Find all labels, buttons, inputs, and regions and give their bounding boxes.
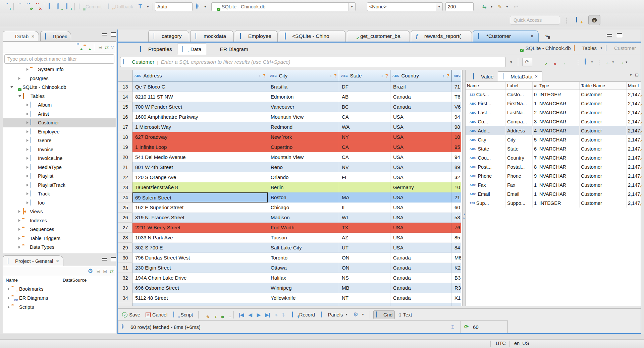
column-header-address[interactable]: ABCAddress↕? bbox=[132, 70, 268, 82]
metadata-cell[interactable]: LastNa... bbox=[506, 108, 533, 117]
grid-cell[interactable]: BC bbox=[339, 102, 390, 112]
grid-cell[interactable]: 230 Elgin Street bbox=[132, 263, 268, 273]
breadcrumb-tables[interactable]: Tables bbox=[582, 45, 597, 51]
open-sql-script-button[interactable]: → bbox=[55, 3, 64, 10]
disconnect-button[interactable]: ✕ bbox=[33, 3, 42, 10]
metadata-cell[interactable]: ABCCou... bbox=[466, 153, 506, 162]
tree-item-artist[interactable]: Artist bbox=[3, 110, 116, 119]
metadata-cell[interactable]: 9 bbox=[533, 171, 538, 180]
filter-funnel-icon[interactable] bbox=[372, 73, 379, 79]
grid-cell[interactable]: Cupertino bbox=[268, 142, 339, 152]
grid-cell[interactable]: 69 Salem Street bbox=[132, 192, 268, 202]
tree-item-invoice[interactable]: Invoice bbox=[3, 145, 116, 154]
grid-cell[interactable]: Brazil bbox=[390, 82, 452, 92]
grid-cell[interactable]: USA bbox=[390, 112, 452, 122]
new-connection-button[interactable]: + bbox=[3, 3, 11, 10]
filter-history-dropdown[interactable]: ▼ bbox=[508, 60, 514, 64]
maximize-panel-icon[interactable] bbox=[111, 32, 116, 37]
row-number-cell[interactable]: 24 bbox=[118, 192, 132, 202]
metadata-cell[interactable]: NVARCHAR bbox=[538, 135, 580, 144]
metadata-cell[interactable]: Customer bbox=[580, 189, 627, 198]
metadata-cell[interactable]: NVARCHAR bbox=[538, 153, 580, 162]
next-row-button[interactable]: ▶ bbox=[255, 312, 262, 317]
editor-tab--sqlite-chino[interactable]: <SQLite - Chino bbox=[279, 30, 346, 42]
metadata-cell[interactable]: 1 bbox=[533, 99, 538, 108]
grid-cell[interactable]: 627 Broadway bbox=[132, 132, 268, 142]
metadata-cell[interactable]: ABCPost... bbox=[466, 162, 506, 171]
grid-cell[interactable]: USA bbox=[390, 162, 452, 172]
metadata-cell[interactable]: 6 bbox=[533, 144, 538, 153]
row-number-cell[interactable]: 30 bbox=[118, 253, 132, 263]
metadata-cell[interactable]: ABCState bbox=[466, 144, 506, 153]
expand-arrow-icon[interactable] bbox=[26, 166, 29, 169]
refresh-icon[interactable]: ⟳ bbox=[464, 324, 470, 330]
grid-cell[interactable]: Vancouver bbox=[268, 102, 339, 112]
fetch-size-input[interactable]: 200 bbox=[445, 2, 474, 11]
record-mode-button[interactable]: ℹRecord bbox=[289, 311, 317, 319]
filter-funnel-icon[interactable] bbox=[434, 73, 440, 79]
metadata-cell[interactable]: 2 bbox=[533, 108, 538, 117]
metadata-cell[interactable]: Custo... bbox=[506, 90, 533, 99]
tree-item-table-triggers[interactable]: Table Triggers bbox=[3, 234, 116, 243]
minimize-editor-icon[interactable] bbox=[607, 34, 612, 37]
grid-cell[interactable]: B3 bbox=[452, 273, 461, 283]
tree-item-sequences[interactable]: Sequences bbox=[3, 225, 116, 234]
chevron-down-icon[interactable]: ▼ bbox=[600, 47, 603, 50]
column-header-name[interactable]: Name bbox=[3, 278, 62, 283]
grid-cell[interactable]: USA bbox=[390, 213, 452, 223]
tab-project-general[interactable]: Project - General ✕ bbox=[3, 255, 63, 266]
metadata-cell[interactable]: State bbox=[506, 144, 533, 153]
metadata-cell[interactable]: ABCFirst... bbox=[466, 99, 506, 108]
grid-cell[interactable]: Winnipeg bbox=[268, 283, 339, 293]
grid-cell[interactable]: 162 E Superior Street bbox=[132, 202, 268, 213]
grid-cell[interactable]: Halifax bbox=[268, 273, 339, 283]
grid-cell[interactable]: MA bbox=[339, 192, 390, 202]
tree-item-sqlite-chinook-db[interactable]: SQLite - Chinook.db bbox=[3, 83, 116, 92]
metadata-cell[interactable]: Phone bbox=[506, 171, 533, 180]
grid-cell[interactable]: CA bbox=[339, 152, 390, 162]
close-icon[interactable]: ✕ bbox=[530, 34, 534, 39]
grid-cell[interactable]: Qe 7 Bloco G bbox=[132, 82, 268, 92]
project-item-scripts[interactable]: Scripts bbox=[3, 302, 116, 311]
calc-panel-icon[interactable] bbox=[415, 312, 421, 318]
grid-cell[interactable]: Canada bbox=[390, 253, 452, 263]
metadata-row-address[interactable]: ABCAdd...Address4NVARCHARCustomer2,147,4… bbox=[466, 126, 641, 135]
grid-cell[interactable]: AZ bbox=[339, 233, 390, 243]
expand-arrow-icon[interactable] bbox=[8, 288, 10, 290]
metadata-cell[interactable]: 2,147,483 bbox=[627, 189, 642, 198]
sort-icon[interactable]: ↕ bbox=[259, 73, 261, 78]
row-number-cell[interactable]: 15 bbox=[118, 102, 132, 112]
meta-column-header-name[interactable]: Name bbox=[466, 82, 506, 90]
grid-cell[interactable]: 194A Chain Lake Drive bbox=[132, 273, 268, 283]
commit-button[interactable]: ▣Commit bbox=[77, 3, 103, 10]
editor-tab-get-customer-ba[interactable]: ✓get_customer_ba bbox=[347, 30, 410, 42]
grid-view-button[interactable]: Grid bbox=[373, 310, 395, 319]
tree-item-tables[interactable]: Tables bbox=[3, 92, 116, 101]
metadata-cell[interactable]: 1 bbox=[533, 189, 538, 198]
row-number-cell[interactable]: 32 bbox=[118, 273, 132, 283]
row-number-cell[interactable]: 33 bbox=[118, 283, 132, 293]
grid-cell[interactable]: Orlando bbox=[268, 172, 339, 182]
metadata-cell[interactable]: Country bbox=[506, 153, 533, 162]
rollback-button[interactable]: ↩Rollback bbox=[106, 3, 135, 10]
tab-overflow-indicator[interactable]: »5 bbox=[545, 33, 550, 40]
plug-add-icon[interactable]: + bbox=[75, 44, 81, 50]
tab-data[interactable]: ‹› Data bbox=[177, 44, 207, 55]
fetch-next-page-icon[interactable]: ⤷ bbox=[273, 312, 279, 317]
metadata-cell[interactable]: NVARCHAR bbox=[538, 99, 580, 108]
grid-cell[interactable]: CA bbox=[339, 142, 390, 152]
panels-button[interactable]: Panels▼ bbox=[318, 311, 350, 319]
duplicate-row-icon[interactable]: ⊕ bbox=[217, 312, 223, 318]
grid-cell[interactable]: USA bbox=[390, 192, 452, 202]
grid-cell[interactable]: 85 bbox=[452, 233, 461, 243]
hint-icon[interactable]: ? bbox=[263, 73, 266, 78]
meta-column-header-type[interactable]: Type bbox=[538, 82, 580, 90]
grid-cell[interactable]: 76 bbox=[452, 223, 461, 233]
row-number-cell[interactable]: 23 bbox=[118, 182, 132, 192]
grid-cell[interactable]: Yellowknife bbox=[268, 293, 339, 303]
collapse-arrow-icon[interactable] bbox=[18, 95, 21, 97]
link-with-editor-icon[interactable]: ⇄ bbox=[110, 269, 114, 274]
editor-tab-employee[interactable]: Employee bbox=[235, 30, 278, 42]
metadata-cell[interactable]: 2,147,483 bbox=[627, 171, 642, 180]
text-view-button[interactable]: ⟨⟩Text bbox=[396, 311, 414, 318]
